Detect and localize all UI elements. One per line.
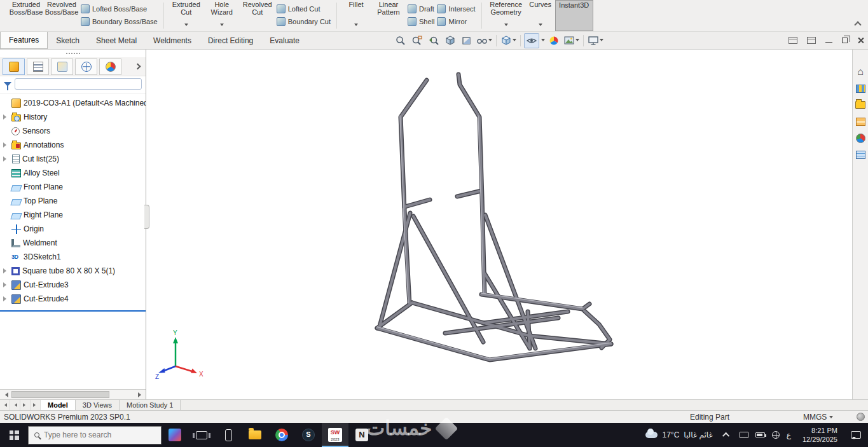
scroll-left-button[interactable] (0, 390, 10, 399)
tab-features[interactable]: Features (0, 32, 48, 49)
file-explorer-button[interactable] (855, 99, 866, 111)
tree-item-cut-extrude3[interactable]: Cut-Extrude3 (0, 278, 146, 292)
apply-scene-button[interactable] (563, 33, 580, 48)
panel-grip[interactable] (0, 50, 146, 57)
tab-sheet-metal[interactable]: Sheet Metal (88, 32, 145, 49)
graphics-viewport[interactable]: Y X Z (146, 50, 852, 399)
last-tab-button[interactable] (31, 400, 41, 410)
pane-display-alt-icon[interactable] (807, 37, 816, 44)
view-orientation-button[interactable] (443, 33, 458, 48)
first-tab-button[interactable] (0, 400, 10, 410)
display-style-button[interactable] (500, 33, 517, 48)
scrollbar-thumb[interactable] (11, 391, 109, 398)
tree-item-weldment[interactable]: Weldment (0, 236, 146, 250)
ribbon-collapse-chevron-icon[interactable] (854, 21, 861, 28)
taskbar-app-your-phone[interactable] (215, 423, 242, 447)
appearances-button[interactable] (855, 132, 866, 144)
restore-button[interactable] (842, 38, 848, 43)
filter-funnel-icon[interactable] (4, 82, 11, 86)
tab-model[interactable]: Model (41, 400, 76, 410)
propertymanager-tab[interactable] (27, 58, 49, 75)
intersect-button[interactable]: Intersect (437, 4, 475, 13)
tree-filter-input[interactable] (15, 78, 142, 90)
expand-arrow-icon[interactable] (3, 156, 9, 162)
action-center-button[interactable] (844, 423, 868, 447)
scrollbar-track[interactable] (10, 390, 135, 399)
curves-button[interactable]: Curves (526, 0, 555, 31)
language-indicator[interactable]: ع (787, 430, 791, 439)
tree-item-history[interactable]: History (0, 110, 146, 124)
next-tab-button[interactable] (20, 400, 31, 410)
taskbar-app-chrome[interactable] (268, 423, 295, 447)
hide-all-types-button[interactable] (524, 33, 539, 48)
tab-evaluate[interactable]: Evaluate (261, 32, 308, 49)
hide-show-items-button[interactable] (476, 33, 493, 48)
edit-appearance-button[interactable] (546, 33, 561, 48)
tree-item-cut-extrude4[interactable]: Cut-Extrude4 (0, 292, 146, 306)
view-settings-button[interactable] (587, 33, 604, 48)
show-hidden-icons-chevron[interactable] (722, 432, 729, 439)
close-button[interactable] (857, 37, 864, 44)
tab-direct-editing[interactable]: Direct Editing (200, 32, 261, 49)
rollback-bar[interactable] (0, 310, 146, 312)
displaymanager-tab[interactable] (99, 58, 121, 75)
weldment-frame-model[interactable] (146, 50, 851, 399)
expand-arrow-icon[interactable] (3, 114, 9, 120)
dropdown-caret-icon[interactable] (354, 24, 358, 28)
expand-arrow-icon[interactable] (3, 282, 9, 287)
taskbar-clock[interactable]: 8:21 PM 12/29/2025 (796, 426, 844, 444)
tree-item-3dsketch[interactable]: 3DSketch1 (0, 250, 146, 264)
dropdown-caret-icon[interactable] (504, 24, 508, 28)
panel-expand-button[interactable] (132, 64, 143, 69)
fillet-button[interactable]: Fillet (341, 0, 371, 31)
dimxpertmanager-tab[interactable] (75, 58, 97, 75)
tree-item-front-plane[interactable]: Front Plane (0, 180, 146, 194)
reference-geometry-button[interactable]: Reference Geometry (486, 0, 526, 31)
zoom-to-area-button[interactable] (410, 33, 425, 48)
dropdown-caret-icon[interactable] (541, 39, 545, 43)
tree-item-sensors[interactable]: Sensors (0, 124, 146, 138)
task-view-button[interactable] (188, 423, 215, 447)
tree-item-top-plane[interactable]: Top Plane (0, 194, 146, 208)
taskbar-app-photos[interactable] (162, 423, 188, 447)
dropdown-caret-icon[interactable] (600, 39, 603, 43)
featuremanager-tab[interactable] (3, 58, 25, 75)
dropdown-caret-icon[interactable] (184, 24, 188, 28)
touch-keyboard-icon[interactable] (740, 432, 748, 438)
tree-item-square-tube[interactable]: Square tube 80 X 80 X 5(1) (0, 264, 146, 278)
panel-splitter-handle[interactable] (144, 205, 149, 229)
tab-sketch[interactable]: Sketch (48, 32, 88, 49)
taskbar-app-file-explorer[interactable] (242, 423, 268, 447)
previous-tab-button[interactable] (10, 400, 20, 410)
panel-horizontal-scrollbar[interactable] (0, 389, 146, 399)
design-library-button[interactable] (855, 83, 866, 94)
section-view-button[interactable] (459, 33, 474, 48)
configurationmanager-tab[interactable] (51, 58, 73, 75)
dropdown-caret-icon[interactable] (539, 24, 542, 28)
shell-button[interactable]: Shell (408, 17, 434, 26)
tree-item-right-plane[interactable]: Right Plane (0, 208, 146, 222)
extruded-cut-button[interactable]: Extruded Cut (169, 0, 204, 31)
taskbar-search[interactable] (28, 426, 162, 444)
weather-widget[interactable]: 17°C غائم غالبا (639, 423, 719, 447)
taskbar-app-n[interactable] (348, 423, 375, 447)
hole-wizard-button[interactable]: Hole Wizard (204, 0, 240, 31)
network-icon[interactable] (772, 431, 780, 439)
revolved-boss-base-button[interactable]: Revolved Boss/Base (44, 0, 79, 31)
dropdown-caret-icon[interactable] (575, 39, 579, 43)
expand-arrow-icon[interactable] (3, 142, 9, 148)
dropdown-caret-icon[interactable] (513, 39, 516, 43)
tree-root-item[interactable]: 2019-CO3-A1 (Default<As Machined> (0, 96, 146, 110)
search-input[interactable] (44, 430, 146, 439)
custom-properties-button[interactable] (855, 149, 866, 160)
extruded-boss-base-button[interactable]: Extruded Boss/Base (8, 0, 44, 31)
tab-motion-study-1[interactable]: Motion Study 1 (120, 400, 181, 410)
tree-item-origin[interactable]: Origin (0, 222, 146, 236)
previous-view-button[interactable] (426, 33, 441, 48)
tree-item-annotations[interactable]: Annotations (0, 138, 146, 152)
taskbar-app-solidworks[interactable] (322, 423, 348, 447)
dropdown-caret-icon[interactable] (220, 24, 224, 28)
lofted-cut-button[interactable]: Lofted Cut (277, 4, 331, 13)
draft-button[interactable]: Draft (408, 4, 434, 13)
tab-weldments[interactable]: Weldments (145, 32, 200, 49)
